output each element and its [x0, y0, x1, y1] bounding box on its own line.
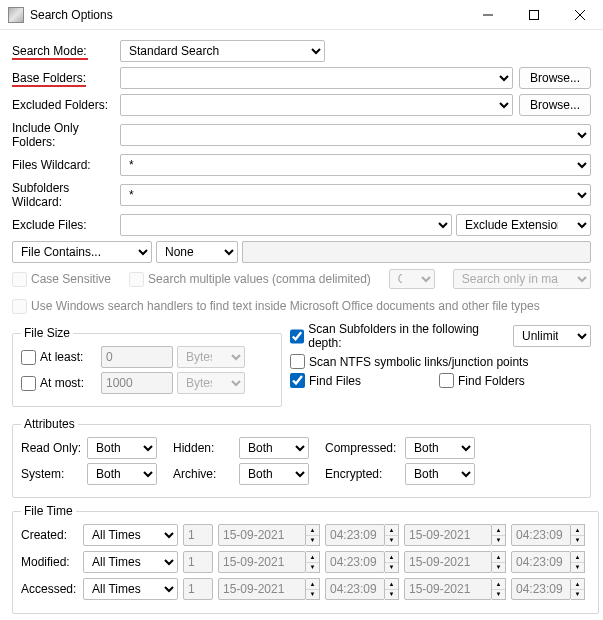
- find-files-label: Find Files: [309, 374, 439, 388]
- case-sensitive-checkbox[interactable]: [12, 272, 27, 287]
- excluded-folders-label: Excluded Folders:: [12, 98, 120, 112]
- exclude-ext-list-select[interactable]: Exclude Extensions List: [456, 214, 591, 236]
- system-select[interactable]: Both: [87, 463, 157, 485]
- accessed-date2-input[interactable]: [404, 578, 492, 600]
- file-time-group: File Time Created: All Times ▲▼ ▲▼ ▲▼ ▲▼…: [12, 504, 599, 614]
- search-mode-select[interactable]: Standard Search: [120, 40, 325, 62]
- accessed-mode-select[interactable]: All Times: [83, 578, 178, 600]
- encrypted-select[interactable]: Both: [405, 463, 475, 485]
- files-wildcard-label: Files Wildcard:: [12, 158, 120, 172]
- modified-row: Modified: All Times ▲▼ ▲▼ ▲▼ ▲▼: [21, 551, 590, 573]
- created-label: Created:: [21, 528, 83, 542]
- file-contains-mode-select[interactable]: None: [156, 241, 238, 263]
- accessed-time2-input[interactable]: [511, 578, 571, 600]
- base-folders-browse-button[interactable]: Browse...: [519, 67, 591, 89]
- created-date1-input[interactable]: [218, 524, 306, 546]
- created-date2-input[interactable]: [404, 524, 492, 546]
- file-contains-select[interactable]: File Contains...: [12, 241, 152, 263]
- and-or-select[interactable]: Or: [389, 269, 435, 289]
- svg-rect-1: [530, 10, 539, 19]
- modified-date2-input[interactable]: [404, 551, 492, 573]
- hidden-label: Hidden:: [173, 441, 239, 455]
- accessed-time1-input[interactable]: [325, 578, 385, 600]
- multi-values-option: Search multiple values (comma delimited): [129, 272, 371, 287]
- spinner-icon[interactable]: ▲▼: [385, 524, 399, 546]
- app-icon: [8, 7, 24, 23]
- base-folders-combo[interactable]: [120, 67, 513, 89]
- file-contains-value-input[interactable]: [242, 241, 591, 263]
- find-files-checkbox[interactable]: [290, 373, 305, 388]
- include-only-label: Include Only Folders:: [12, 121, 120, 149]
- win-handlers-checkbox[interactable]: [12, 299, 27, 314]
- modified-date1-input[interactable]: [218, 551, 306, 573]
- spinner-icon[interactable]: ▲▼: [492, 578, 506, 600]
- encrypted-label: Encrypted:: [325, 467, 405, 481]
- compressed-select[interactable]: Both: [405, 437, 475, 459]
- read-only-select[interactable]: Both: [87, 437, 157, 459]
- at-least-input[interactable]: [101, 346, 173, 368]
- close-button[interactable]: [557, 0, 603, 30]
- modified-time1-input[interactable]: [325, 551, 385, 573]
- multi-values-label: Search multiple values (comma delimited): [148, 272, 371, 286]
- spinner-icon[interactable]: ▲▼: [306, 551, 320, 573]
- spinner-icon[interactable]: ▲▼: [492, 524, 506, 546]
- modified-count-input[interactable]: [183, 551, 213, 573]
- find-folders-label: Find Folders: [458, 374, 525, 388]
- created-time1-input[interactable]: [325, 524, 385, 546]
- created-count-input[interactable]: [183, 524, 213, 546]
- scan-ntfs-checkbox[interactable]: [290, 354, 305, 369]
- maximize-button[interactable]: [511, 0, 557, 30]
- exclude-files-combo[interactable]: [120, 214, 452, 236]
- spinner-icon[interactable]: ▲▼: [571, 551, 585, 573]
- case-sensitive-option: Case Sensitive: [12, 272, 111, 287]
- at-least-checkbox[interactable]: [21, 350, 36, 365]
- modified-time2-input[interactable]: [511, 551, 571, 573]
- file-size-group: File Size At least: Bytes At most: Bytes: [12, 326, 282, 407]
- accessed-label: Accessed:: [21, 582, 83, 596]
- file-time-legend: File Time: [21, 504, 76, 518]
- multi-values-checkbox[interactable]: [129, 272, 144, 287]
- include-only-combo[interactable]: [120, 124, 591, 146]
- scan-ntfs-label: Scan NTFS symbolic links/junction points: [309, 355, 528, 369]
- subfolders-wildcard-combo[interactable]: *: [120, 184, 591, 206]
- accessed-count-input[interactable]: [183, 578, 213, 600]
- case-sensitive-label: Case Sensitive: [31, 272, 111, 286]
- minimize-button[interactable]: [465, 0, 511, 30]
- spinner-icon[interactable]: ▲▼: [492, 551, 506, 573]
- hidden-select[interactable]: Both: [239, 437, 309, 459]
- archive-label: Archive:: [173, 467, 239, 481]
- at-most-checkbox[interactable]: [21, 376, 36, 391]
- spinner-icon[interactable]: ▲▼: [385, 578, 399, 600]
- files-wildcard-combo[interactable]: *: [120, 154, 591, 176]
- win-handlers-label: Use Windows search handlers to find text…: [31, 299, 540, 313]
- spinner-icon[interactable]: ▲▼: [571, 578, 585, 600]
- accessed-date1-input[interactable]: [218, 578, 306, 600]
- stream-scope-select[interactable]: Search only in major streams: [453, 269, 591, 289]
- archive-select[interactable]: Both: [239, 463, 309, 485]
- spinner-icon[interactable]: ▲▼: [306, 578, 320, 600]
- spinner-icon[interactable]: ▲▼: [306, 524, 320, 546]
- exclude-files-label: Exclude Files:: [12, 218, 120, 232]
- created-time2-input[interactable]: [511, 524, 571, 546]
- spinner-icon[interactable]: ▲▼: [385, 551, 399, 573]
- scan-subfolders-checkbox[interactable]: [290, 329, 304, 344]
- read-only-label: Read Only:: [21, 441, 87, 455]
- modified-mode-select[interactable]: All Times: [83, 551, 178, 573]
- at-most-input[interactable]: [101, 372, 173, 394]
- at-least-unit-select[interactable]: Bytes: [177, 346, 245, 368]
- spinner-icon[interactable]: ▲▼: [571, 524, 585, 546]
- search-mode-label: Search Mode:: [12, 44, 120, 58]
- find-folders-checkbox[interactable]: [439, 373, 454, 388]
- modified-label: Modified:: [21, 555, 83, 569]
- created-row: Created: All Times ▲▼ ▲▼ ▲▼ ▲▼: [21, 524, 590, 546]
- scan-subfolders-label: Scan Subfolders in the following depth:: [308, 322, 505, 350]
- at-most-unit-select[interactable]: Bytes: [177, 372, 245, 394]
- titlebar: Search Options: [0, 0, 603, 30]
- created-mode-select[interactable]: All Times: [83, 524, 178, 546]
- window-title: Search Options: [30, 8, 113, 22]
- file-size-legend: File Size: [21, 326, 73, 340]
- excluded-folders-combo[interactable]: [120, 94, 513, 116]
- scan-depth-select[interactable]: Unlimited: [513, 325, 591, 347]
- at-most-label: At most:: [40, 376, 84, 390]
- excluded-folders-browse-button[interactable]: Browse...: [519, 94, 591, 116]
